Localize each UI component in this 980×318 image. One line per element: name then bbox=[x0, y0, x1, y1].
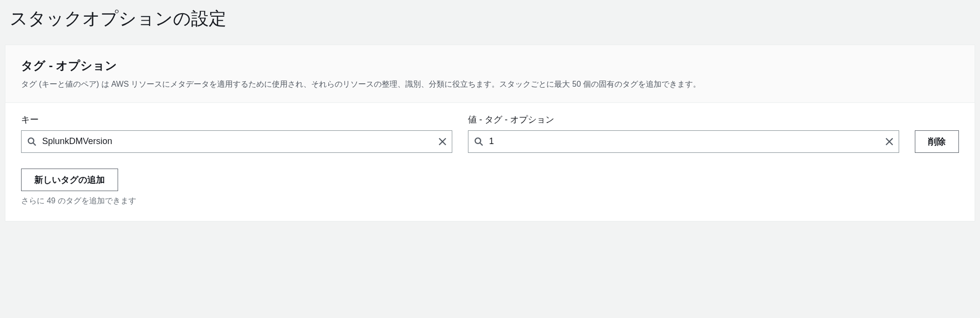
tags-panel: タグ - オプション タグ (キーと値のペア) は AWS リソースにメタデータ… bbox=[5, 45, 975, 221]
tag-key-label: キー bbox=[21, 114, 452, 125]
tag-value-field: 値 - タグ - オプション bbox=[468, 114, 899, 153]
tag-value-input-wrap bbox=[468, 130, 899, 153]
tags-section-description: タグ (キーと値のペア) は AWS リソースにメタデータを適用するために使用さ… bbox=[21, 78, 959, 91]
tags-panel-header: タグ - オプション タグ (キーと値のペア) は AWS リソースにメタデータ… bbox=[5, 45, 975, 103]
tag-row-actions: 削除 bbox=[915, 130, 959, 153]
tag-value-label: 値 - タグ - オプション bbox=[468, 114, 899, 125]
clear-icon[interactable] bbox=[885, 137, 894, 146]
remove-tag-button[interactable]: 削除 bbox=[915, 130, 959, 153]
tag-row: キー bbox=[21, 114, 959, 153]
tag-key-input-wrap bbox=[21, 130, 452, 153]
tag-key-field: キー bbox=[21, 114, 452, 153]
tags-hint: さらに 49 のタグを追加できます bbox=[21, 196, 959, 206]
clear-icon[interactable] bbox=[438, 137, 447, 146]
page-title: スタックオプションの設定 bbox=[5, 0, 975, 45]
add-tag-row: 新しいタグの追加 さらに 49 のタグを追加できます bbox=[21, 169, 959, 206]
add-tag-button[interactable]: 新しいタグの追加 bbox=[21, 169, 118, 191]
tag-value-input[interactable] bbox=[468, 131, 899, 152]
tags-section-title: タグ - オプション bbox=[21, 58, 959, 73]
tag-key-input[interactable] bbox=[22, 131, 452, 152]
tags-panel-body: キー bbox=[5, 103, 975, 221]
